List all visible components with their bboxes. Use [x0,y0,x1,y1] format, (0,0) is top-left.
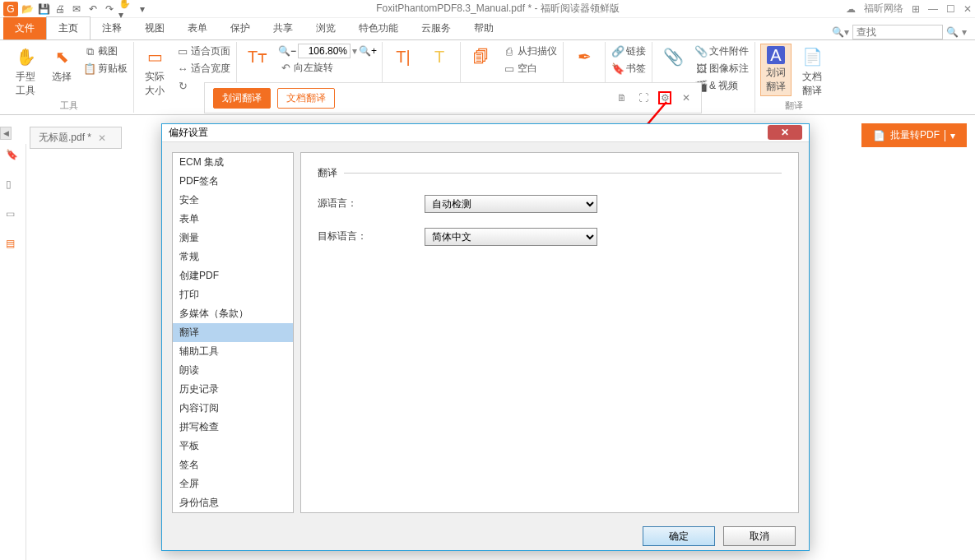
search-mode-icon[interactable]: 🔍▾ [832,26,849,38]
blank-button[interactable]: ▭空白 [502,61,558,76]
category-item[interactable]: 身份信息 [173,493,293,512]
zoom-in-icon[interactable]: 🔍+ [359,45,377,57]
target-lang-select[interactable]: 简体中文 [425,228,597,246]
page-rail-icon[interactable]: ▯ [6,178,21,193]
create-button[interactable]: 🗐 [466,44,497,70]
text-icon[interactable]: 🗎 [615,91,629,104]
image-annot-button[interactable]: 🖼图像标注 [694,61,750,76]
ribbon-toggle-icon[interactable]: ⊞ [912,3,920,15]
tab-cloud[interactable]: 云服务 [410,17,462,39]
open-icon[interactable]: 📂 [20,2,35,16]
email-icon[interactable]: ✉ [69,2,84,16]
batch-dropdown-icon[interactable]: ▾ [945,130,955,141]
mini-doc-translate-button[interactable]: 文档翻译 [277,88,335,109]
text-size-button[interactable]: Tᴛ [242,44,273,70]
zoom-out-icon[interactable]: 🔍− [278,45,296,57]
attach-button[interactable]: 📎 [657,44,689,70]
bookmark-button[interactable]: 🔖书签 [611,61,647,76]
doc-translate-button[interactable]: 📄文档 翻译 [796,44,828,100]
category-item[interactable]: 测量 [173,229,293,248]
tab-help[interactable]: 帮助 [462,17,505,39]
category-item[interactable]: 创建PDF [173,266,293,285]
cloud-icon[interactable]: ☁ [846,3,856,15]
redo-icon[interactable]: ↷ [102,2,117,16]
hand-quick-icon[interactable]: ✋▾ [118,2,133,16]
rotate-left-button[interactable]: ↶向左旋转 [278,60,377,76]
audio-video-button[interactable]: 🎬& 视频 [694,78,750,94]
link-button[interactable]: 🔗链接 [611,44,647,59]
search-dropdown-icon[interactable]: ▾ [962,26,967,38]
select-tool-button[interactable]: ⬉选择 [46,44,77,86]
sidebar-collapse-handle[interactable]: ◀ [0,127,12,140]
tab-feature[interactable]: 特色功能 [347,17,410,39]
highlight-button[interactable]: T [424,44,455,70]
preferences-category-list[interactable]: ECM 集成PDF签名安全表单测量常规创建PDF打印多媒体（条款）翻译辅助工具朗… [172,152,294,513]
doc-tab-untitled[interactable]: 无标题.pdf * ✕ [30,127,122,149]
close-window-icon[interactable]: ✕ [963,3,972,15]
tab-protect[interactable]: 保护 [219,17,262,39]
text-tool-button[interactable]: T| [388,44,419,70]
close-panel-icon[interactable]: ✕ [680,91,693,104]
tab-view[interactable]: 视图 [133,17,176,39]
category-item[interactable]: 辅助工具 [173,342,293,361]
ok-button[interactable]: 确定 [643,526,715,546]
fit-page-button[interactable]: ▭适合页面 [175,44,231,59]
actual-size-button[interactable]: ▭实际 大小 [139,44,170,100]
search-go-icon[interactable]: 🔍 [946,26,959,38]
tab-share[interactable]: 共享 [262,17,304,39]
category-item[interactable]: 内容订阅 [173,399,293,418]
category-item[interactable]: 平板 [173,437,293,456]
dialog-close-button[interactable]: ✕ [768,125,802,140]
mini-word-translate-button[interactable]: 划词翻译 [213,88,271,109]
qat-more-icon[interactable]: ▾ [135,2,150,16]
zoom-input[interactable] [298,44,351,58]
category-item[interactable]: ECM 集成 [173,153,293,172]
sign-button[interactable]: ✒ [569,44,600,70]
fit-width-button[interactable]: ↔适合宽度 [175,61,231,76]
maximize-icon[interactable]: ☐ [946,3,955,15]
source-lang-select[interactable]: 自动检测 [425,195,597,213]
category-item[interactable]: 朗读 [173,361,293,380]
doc-tab-close-icon[interactable]: ✕ [98,132,106,144]
expand-icon[interactable]: ⛶ [637,91,650,104]
category-item[interactable]: 安全 [173,191,293,210]
print-icon[interactable]: 🖨 [53,2,67,16]
hand-icon: ✋ [14,45,37,68]
section-label: 翻译 [318,166,782,180]
zoom-dropdown-icon[interactable]: ▾ [352,45,357,57]
category-item[interactable]: 打印 [173,285,293,304]
tab-file[interactable]: 文件 [3,17,46,39]
source-lang-label: 源语言： [318,197,425,211]
comment-rail-icon[interactable]: ▤ [6,238,21,252]
from-scanner-button[interactable]: ⎙从扫描仪 [502,44,558,59]
search-input[interactable] [852,25,943,39]
file-attachment-button[interactable]: 📎文件附件 [694,44,750,59]
category-item[interactable]: 签名 [173,456,293,474]
undo-icon[interactable]: ↶ [86,2,100,16]
tab-home[interactable]: 主页 [46,16,91,39]
tab-form[interactable]: 表单 [176,17,219,39]
category-item[interactable]: 拼写检查 [173,418,293,437]
save-icon[interactable]: 💾 [36,2,51,16]
tab-browse[interactable]: 浏览 [304,17,347,39]
dialog-footer: 确定 取消 [162,523,809,550]
hand-tool-button[interactable]: ✋手型 工具 [10,44,41,100]
category-item[interactable]: 表单 [173,210,293,229]
snapshot-button[interactable]: ⧉截图 [82,44,128,59]
batch-convert-button[interactable]: 📄 批量转PDF ▾ [861,123,967,147]
tab-comment[interactable]: 注释 [91,17,133,39]
category-item[interactable]: 多媒体（条款） [173,304,293,323]
minimize-icon[interactable]: — [928,3,938,15]
settings-gear-icon[interactable]: ⚙ [658,91,671,104]
pages-rail-icon[interactable]: ▭ [6,208,21,223]
category-item[interactable]: 历史记录 [173,380,293,399]
app-icon: G [3,2,18,16]
clipboard-button[interactable]: 📋剪贴板 [82,61,128,76]
category-item[interactable]: 翻译 [173,323,293,342]
word-translate-button[interactable]: A划词 翻译 [760,44,792,96]
category-item[interactable]: PDF签名 [173,172,293,191]
bookmark-rail-icon[interactable]: 🔖 [6,149,21,164]
cancel-button[interactable]: 取消 [723,526,796,546]
category-item[interactable]: 常规 [173,248,293,266]
category-item[interactable]: 全屏 [173,474,293,493]
